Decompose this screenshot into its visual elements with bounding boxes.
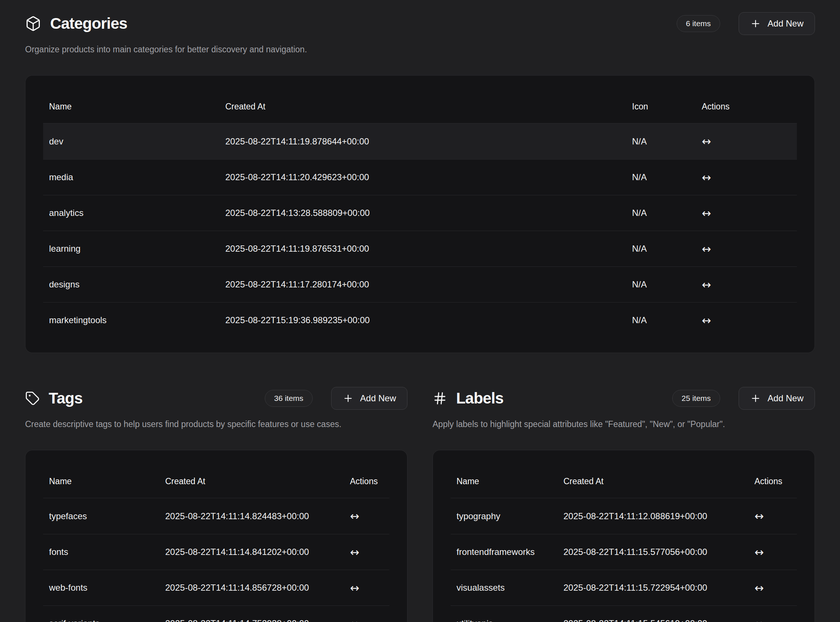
hash-icon bbox=[432, 391, 447, 406]
labels-section: Labels 25 items Add New Apply labels to … bbox=[432, 387, 815, 622]
row-actions-arrow-icon[interactable]: ↔ bbox=[344, 617, 389, 622]
row-icon-value: N/A bbox=[626, 208, 696, 218]
categories-description: Organize products into main categories f… bbox=[25, 44, 815, 55]
table-row[interactable]: utilityapis 2025-08-22T14:11:15.545619+0… bbox=[451, 605, 797, 622]
row-created-at: 2025-08-22T14:11:15.722954+00:00 bbox=[557, 582, 748, 593]
row-name: designs bbox=[43, 279, 219, 290]
row-actions-arrow-icon[interactable]: ↔ bbox=[696, 242, 797, 255]
labels-title: Labels bbox=[456, 389, 503, 407]
categories-table-header: Name Created At Icon Actions bbox=[43, 90, 797, 123]
row-created-at: 2025-08-22T15:19:36.989235+00:00 bbox=[219, 315, 626, 325]
plus-icon bbox=[750, 393, 761, 404]
table-row[interactable]: typography 2025-08-22T14:11:12.088619+00… bbox=[451, 498, 797, 534]
row-name: utilityapis bbox=[451, 618, 557, 622]
tags-section: Tags 36 items Add New Create descriptive… bbox=[25, 387, 408, 622]
categories-add-new-button[interactable]: Add New bbox=[739, 12, 815, 35]
box-icon bbox=[25, 15, 41, 32]
tags-table-header: Name Created At Actions bbox=[43, 465, 389, 498]
table-row[interactable]: learning 2025-08-22T14:11:19.876531+00:0… bbox=[43, 231, 797, 267]
row-actions-arrow-icon[interactable]: ↔ bbox=[344, 510, 389, 523]
row-created-at: 2025-08-22T14:11:12.088619+00:00 bbox=[557, 511, 748, 521]
labels-card: Name Created At Actions typography 2025-… bbox=[432, 450, 815, 622]
labels-table-body: typography 2025-08-22T14:11:12.088619+00… bbox=[451, 498, 797, 622]
row-actions-arrow-icon[interactable]: ↔ bbox=[748, 546, 797, 559]
column-header-actions: Actions bbox=[344, 476, 389, 486]
tags-card: Name Created At Actions typefaces 2025-0… bbox=[25, 450, 408, 622]
table-row[interactable]: serif-variants 2025-08-22T14:11:14.75293… bbox=[43, 605, 389, 622]
row-name: typefaces bbox=[43, 511, 159, 521]
table-row[interactable]: visualassets 2025-08-22T14:11:15.722954+… bbox=[451, 570, 797, 605]
tags-title: Tags bbox=[49, 389, 82, 407]
row-actions-arrow-icon[interactable]: ↔ bbox=[748, 617, 797, 622]
categories-section: Categories 6 items Add New Organize prod… bbox=[25, 12, 815, 353]
tag-icon bbox=[25, 391, 40, 406]
column-header-name: Name bbox=[43, 476, 159, 486]
row-icon-value: N/A bbox=[626, 244, 696, 254]
column-header-created-at: Created At bbox=[219, 102, 626, 112]
row-actions-arrow-icon[interactable]: ↔ bbox=[344, 546, 389, 559]
labels-add-new-button[interactable]: Add New bbox=[739, 387, 815, 410]
row-actions-arrow-icon[interactable]: ↔ bbox=[748, 510, 797, 523]
row-actions-arrow-icon[interactable]: ↔ bbox=[696, 207, 797, 220]
row-created-at: 2025-08-22T14:11:19.876531+00:00 bbox=[219, 244, 626, 254]
column-header-actions: Actions bbox=[696, 102, 797, 112]
table-row[interactable]: typefaces 2025-08-22T14:11:14.824483+00:… bbox=[43, 498, 389, 534]
row-name: visualassets bbox=[451, 582, 557, 593]
row-actions-arrow-icon[interactable]: ↔ bbox=[344, 581, 389, 595]
row-created-at: 2025-08-22T14:11:19.878644+00:00 bbox=[219, 136, 626, 147]
row-name: typography bbox=[451, 511, 557, 521]
column-header-icon: Icon bbox=[626, 102, 696, 112]
row-actions-arrow-icon[interactable]: ↔ bbox=[696, 314, 797, 327]
column-header-created-at: Created At bbox=[557, 476, 748, 486]
column-header-created-at: Created At bbox=[159, 476, 344, 486]
row-created-at: 2025-08-22T14:11:14.841202+00:00 bbox=[159, 547, 344, 557]
table-row[interactable]: designs 2025-08-22T14:11:17.280174+00:00… bbox=[43, 267, 797, 302]
row-created-at: 2025-08-22T14:13:28.588809+00:00 bbox=[219, 208, 626, 218]
row-actions-arrow-icon[interactable]: ↔ bbox=[696, 135, 797, 148]
column-header-actions: Actions bbox=[748, 476, 797, 486]
row-created-at: 2025-08-22T14:11:15.545619+00:00 bbox=[557, 618, 748, 622]
row-icon-value: N/A bbox=[626, 172, 696, 182]
page-title: Categories bbox=[50, 15, 127, 32]
plus-icon bbox=[750, 18, 761, 29]
table-row[interactable]: media 2025-08-22T14:11:20.429623+00:00 N… bbox=[43, 159, 797, 195]
row-name: frontendframeworks bbox=[451, 547, 557, 557]
row-created-at: 2025-08-22T14:11:15.577056+00:00 bbox=[557, 547, 748, 557]
table-row[interactable]: dev 2025-08-22T14:11:19.878644+00:00 N/A… bbox=[43, 123, 797, 159]
add-new-label: Add New bbox=[768, 18, 803, 29]
row-actions-arrow-icon[interactable]: ↔ bbox=[696, 171, 797, 184]
row-name: web-fonts bbox=[43, 582, 159, 593]
table-row[interactable]: frontendframeworks 2025-08-22T14:11:15.5… bbox=[451, 534, 797, 570]
row-actions-arrow-icon[interactable]: ↔ bbox=[748, 581, 797, 595]
lower-sections: Tags 36 items Add New Create descriptive… bbox=[25, 387, 815, 622]
row-created-at: 2025-08-22T14:11:14.824483+00:00 bbox=[159, 511, 344, 521]
tags-items-badge: 36 items bbox=[265, 390, 312, 407]
labels-items-badge: 25 items bbox=[672, 390, 720, 407]
row-created-at: 2025-08-22T14:11:14.752938+00:00 bbox=[159, 618, 344, 622]
row-created-at: 2025-08-22T14:11:17.280174+00:00 bbox=[219, 279, 626, 290]
labels-description: Apply labels to highlight special attrib… bbox=[432, 419, 815, 429]
row-name: fonts bbox=[43, 547, 159, 557]
table-row[interactable]: fonts 2025-08-22T14:11:14.841202+00:00 ↔ bbox=[43, 534, 389, 570]
row-actions-arrow-icon[interactable]: ↔ bbox=[696, 278, 797, 291]
column-header-name: Name bbox=[43, 102, 219, 112]
column-header-name: Name bbox=[451, 476, 557, 486]
tags-header: Tags 36 items Add New bbox=[25, 387, 408, 410]
row-icon-value: N/A bbox=[626, 315, 696, 325]
categories-items-badge: 6 items bbox=[677, 15, 720, 32]
add-new-label: Add New bbox=[768, 393, 803, 404]
row-name: media bbox=[43, 172, 219, 182]
categories-table-body: dev 2025-08-22T14:11:19.878644+00:00 N/A… bbox=[43, 123, 797, 338]
tags-add-new-button[interactable]: Add New bbox=[331, 387, 408, 410]
tags-description: Create descriptive tags to help users fi… bbox=[25, 419, 408, 429]
tags-table-body: typefaces 2025-08-22T14:11:14.824483+00:… bbox=[43, 498, 389, 622]
labels-table-header: Name Created At Actions bbox=[451, 465, 797, 498]
row-name: analytics bbox=[43, 208, 219, 218]
table-row[interactable]: web-fonts 2025-08-22T14:11:14.856728+00:… bbox=[43, 570, 389, 605]
row-name: learning bbox=[43, 244, 219, 254]
row-name: serif-variants bbox=[43, 618, 159, 622]
table-row[interactable]: analytics 2025-08-22T14:13:28.588809+00:… bbox=[43, 195, 797, 231]
table-row[interactable]: marketingtools 2025-08-22T15:19:36.98923… bbox=[43, 302, 797, 338]
categories-header: Categories 6 items Add New bbox=[25, 12, 815, 35]
labels-header: Labels 25 items Add New bbox=[432, 387, 815, 410]
